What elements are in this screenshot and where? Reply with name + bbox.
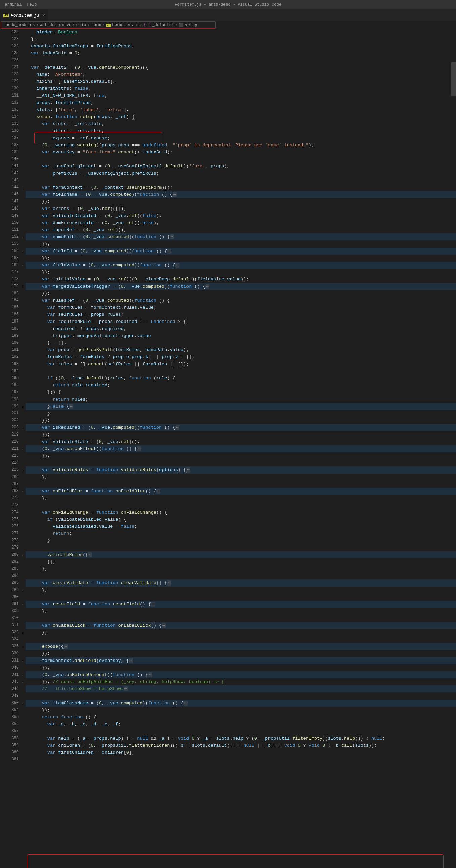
code-line[interactable]: __ANT_NEW_FORM_ITEM: true, [26,92,456,99]
code-line[interactable]: var _a, _b, _c, _d, _e, _f; [26,721,456,728]
breadcrumb[interactable]: node_modules›ant-design-vue›lib›form›JSF… [1,21,216,29]
code-line[interactable]: validateDisabled.value = false; [26,523,456,530]
code-line[interactable]: var requiredRule = props.required !== un… [26,318,456,325]
code-line[interactable]: props: formItemProps, [26,99,456,106]
scrollbar-thumb[interactable] [451,62,456,96]
code-line[interactable] [26,756,456,763]
code-line[interactable]: return function () { [26,714,456,721]
code-line[interactable]: var help = (_a = props.help) !== null &&… [26,735,456,742]
code-line[interactable]: var formRules = formContext.rules.value; [26,304,456,311]
code-line[interactable]: var inputRef = (0, _vue.ref)(); [26,226,456,234]
vertical-scrollbar[interactable] [451,29,456,567]
code-line[interactable]: var rules = [].concat(selfRules || formR… [26,361,456,368]
code-line[interactable] [26,615,456,622]
code-line[interactable]: var mergedValidateTrigger = (0, _vue.com… [26,283,456,290]
code-line[interactable] [26,156,456,163]
code-line[interactable] [26,368,456,375]
code-line[interactable] [26,57,456,64]
code-line[interactable]: slots: ['help', 'label', 'extra'], [26,106,456,113]
code-line[interactable]: }); [26,269,456,276]
code-line[interactable] [26,728,456,735]
code-line[interactable]: }); [26,452,456,459]
code-line[interactable]: var firstChildren = children[0]; [26,749,456,756]
code-line[interactable]: } : []; [26,339,456,346]
code-line[interactable] [26,502,456,509]
code-line[interactable] [26,459,456,466]
code-line[interactable]: }); [26,417,456,424]
code-line[interactable]: var prop = getPropByPath(formRules, name… [26,346,456,353]
code-line[interactable]: }); [26,650,456,657]
code-line[interactable]: var fieldName = (0, _vue.computed)(funct… [26,191,456,198]
code-line[interactable]: }; [26,587,456,594]
code-line[interactable]: var validateRules = function validateRul… [26,466,456,473]
code-line[interactable]: attrs = _ref.attrs, [26,127,456,134]
code-line[interactable]: }); [26,290,456,297]
code-line[interactable]: inheritAttrs: false, [26,85,456,92]
breadcrumb-item[interactable]: lib [79,23,86,27]
code-line[interactable]: formContext.addField(eventKey, {⋯ [26,657,456,664]
code-line[interactable] [26,480,456,488]
code-line[interactable]: return rule.required; [26,382,456,389]
code-line[interactable]: var clearValidate = function clearValida… [26,580,456,587]
code-line[interactable] [26,572,456,580]
code-line[interactable]: expose = _ref.expose; [26,134,456,142]
code-line[interactable]: var onFieldChange = function onFieldChan… [26,509,456,516]
code-line[interactable]: var _useConfigInject = (0, _useConfigInj… [26,163,456,170]
menu-help[interactable]: Help [24,2,39,7]
code-line[interactable] [26,594,456,601]
code-line[interactable]: }); [26,431,456,438]
code-line[interactable]: var initialValue = (0, _vue.ref)((0, _cl… [26,276,456,283]
editor[interactable]: 1221231241251261271281291301311321331341… [0,29,456,763]
code-line[interactable]: exports.formItemProps = formItemProps; [26,43,456,50]
code-line[interactable]: var fieldValue = (0, _vue.computed)(func… [26,261,456,269]
breadcrumb-item[interactable]: form [91,23,101,27]
code-line[interactable]: } else {⋯ [26,403,456,410]
code-line[interactable]: var onFieldBlur = function onFieldBlur()… [26,488,456,495]
breadcrumb-item[interactable]: ⬛setup [179,23,197,28]
breadcrumb-item[interactable]: { }_default2 [144,23,174,27]
code-line[interactable]: var fieldId = (0, _vue.computed)(functio… [26,248,456,255]
code-line[interactable]: formRules = formRules ? prop.o[prop.k] |… [26,353,456,361]
code-line[interactable]: var validateState = (0, _vue.ref)(); [26,438,456,445]
fold-gutter[interactable]: ››››››››››››››››››› [21,29,26,763]
code-line[interactable]: }; [26,608,456,615]
code-line[interactable]: return; [26,530,456,537]
code-line[interactable]: hidden: Boolean [26,29,456,36]
code-line[interactable] [26,544,456,551]
code-line[interactable]: setup: function setup(props, _ref) { [26,113,456,120]
code-line[interactable]: }; [26,473,456,480]
code-line[interactable]: } [26,410,456,417]
code-line[interactable]: }); [26,707,456,714]
code-line[interactable]: var errors = (0, _vue.ref)([]); [26,205,456,212]
code-line[interactable]: var domErrorVisible = (0, _vue.ref)(fals… [26,219,456,226]
code-line[interactable]: if ((0, _find.default)(rules, function (… [26,375,456,382]
code-line[interactable]: var validateDisabled = (0, _vue.ref)(fal… [26,212,456,219]
code-line[interactable]: }); [26,255,456,261]
code-line[interactable]: required: !!props.required, [26,325,456,332]
breadcrumb-item[interactable]: JSFormItem.js [106,23,138,27]
code-line[interactable]: }; [26,36,456,43]
code-line[interactable]: (0, _vue.watchEffect)(function () {⋯ [26,445,456,452]
code-line[interactable] [26,177,456,184]
breadcrumb-item[interactable]: ant-design-vue [40,23,74,27]
code-line[interactable]: }); [26,558,456,565]
code-line[interactable]: var _default2 = (0, _vue.defineComponent… [26,64,456,71]
code-line[interactable]: if (validateDisabled.value) { [26,516,456,523]
code-line[interactable]: }); [26,664,456,671]
code-line[interactable]: return rules; [26,396,456,403]
code-line[interactable]: }); // const onHelpAnimEnd = (_key: stri… [26,678,456,685]
tab-formitem[interactable]: JS FormItem.js × [0,9,48,21]
code-line[interactable]: prefixCls = _useConfigInject.prefixCls; [26,170,456,177]
code-line[interactable]: name: 'AFormItem', [26,71,456,78]
code-line[interactable]: })) { [26,389,456,396]
code-line[interactable]: (0, _warning.warning)(props.prop === und… [26,142,456,149]
code-line[interactable]: trigger: mergedValidateTrigger.value [26,332,456,339]
code-line[interactable]: }; [26,629,456,636]
code-line[interactable]: var itemClassName = (0, _vue.computed)(f… [26,700,456,707]
menu-terminal[interactable]: erminal [2,2,24,7]
code-line[interactable]: var slots = _ref.slots, [26,120,456,127]
code-line[interactable]: validateRules({⋯ [26,551,456,558]
code-line[interactable]: var selfRules = props.rules; [26,311,456,318]
code-line[interactable]: // this.helpShow = helpShow;⋯ [26,685,456,692]
code-line[interactable]: mixins: [_BaseMixin.default], [26,78,456,85]
